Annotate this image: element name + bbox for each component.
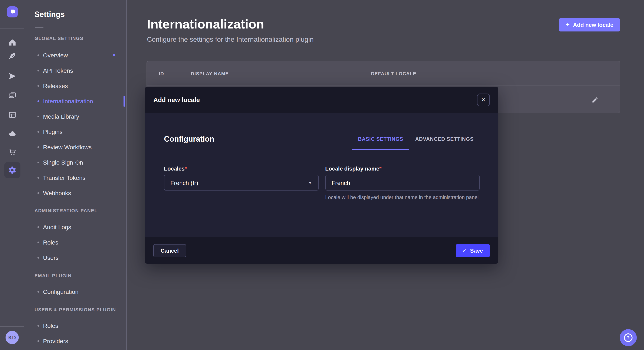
send-plane-icon[interactable]	[0, 70, 24, 82]
tab-basic-settings[interactable]: BASIC SETTINGS	[352, 134, 409, 144]
page-subtitle: Configure the settings for the Internati…	[147, 35, 314, 44]
add-new-locale-label: Add new locale	[573, 22, 613, 28]
modal-body: Configuration BASIC SETTINGS ADVANCED SE…	[145, 113, 498, 237]
cloud-icon[interactable]	[0, 127, 24, 140]
sidebar-item-label: Providers	[43, 338, 68, 345]
section-administration-panel: ADMINISTRATION PANEL	[34, 207, 126, 213]
chevron-down-icon: ▼	[308, 180, 312, 185]
check-icon: ✓	[462, 247, 466, 253]
sidebar-item-label: Overview	[43, 52, 68, 59]
sidebar-item-overview[interactable]: Overview	[24, 48, 126, 63]
bullet-icon	[38, 242, 39, 243]
display-name-label: Locale display name*	[325, 166, 480, 172]
save-label: Save	[470, 247, 483, 254]
bullet-icon	[38, 85, 39, 87]
section-email-plugin: EMAIL PLUGIN	[34, 273, 126, 279]
sidebar-item-label: Releases	[43, 82, 68, 89]
modal-title: Add new locale	[153, 96, 200, 103]
sidebar-item-internationalization[interactable]: Internationalization	[24, 94, 126, 109]
edit-locale-pencil-icon[interactable]	[591, 96, 599, 104]
sidebar-item-label: Single Sign-On	[43, 159, 83, 166]
sidebar-item-up-roles[interactable]: Roles	[24, 318, 126, 334]
user-avatar[interactable]: KD	[6, 331, 19, 344]
media-images-icon[interactable]	[0, 89, 24, 102]
locales-table-header: ID DISPLAY NAME DEFAULT LOCALE	[147, 61, 620, 86]
bullet-icon	[38, 116, 39, 117]
strapi-logo-icon	[9, 9, 15, 15]
close-glyph: ✕	[481, 97, 486, 102]
content-feather-icon[interactable]	[0, 50, 24, 63]
bullet-icon	[38, 131, 39, 133]
bullet-icon	[38, 340, 39, 342]
sidebar-item-label: Review Workflows	[43, 144, 92, 151]
sidebar-item-audit-logs[interactable]: Audit Logs	[24, 219, 126, 235]
rail-divider-top	[0, 28, 24, 29]
marketplace-cart-icon[interactable]	[0, 146, 24, 158]
sidebar-item-label: Configuration	[43, 288, 78, 295]
sidebar-item-email-configuration[interactable]: Configuration	[24, 284, 126, 299]
sidebar-item-label: Webhooks	[43, 190, 71, 196]
required-asterisk: *	[379, 166, 382, 172]
column-id: ID	[159, 71, 191, 76]
sidebar-title: Settings	[34, 9, 126, 19]
sidebar-item-label: Audit Logs	[43, 224, 71, 230]
save-button[interactable]: ✓ Save	[456, 244, 490, 257]
add-locale-modal: Add new locale ✕ Configuration BASIC SET…	[145, 87, 498, 264]
app-root: KD Settings GLOBAL SETTINGS Overview API…	[0, 0, 644, 350]
sidebar-item-api-tokens[interactable]: API Tokens	[24, 63, 126, 78]
strapi-logo[interactable]	[7, 6, 18, 17]
locales-field: Locales* French (fr) ▼	[164, 166, 318, 201]
display-name-field: Locale display name* Locale will be disp…	[325, 166, 480, 201]
sidebar-title-rule	[35, 27, 44, 28]
help-button[interactable]: ?	[620, 329, 637, 346]
bullet-icon	[38, 146, 39, 148]
close-icon[interactable]: ✕	[477, 93, 490, 106]
modal-footer: Cancel ✓ Save	[145, 237, 498, 264]
locales-label: Locales*	[164, 166, 318, 172]
rail-divider-bottom	[0, 326, 24, 327]
cancel-button[interactable]: Cancel	[153, 244, 186, 257]
layout-icon[interactable]	[0, 108, 24, 121]
display-name-input[interactable]	[325, 175, 480, 190]
bullet-icon	[38, 291, 39, 293]
bullet-icon	[38, 226, 39, 228]
settings-active-highlight	[4, 162, 20, 178]
plus-icon: +	[566, 21, 570, 28]
question-mark-icon: ?	[624, 334, 632, 342]
bullet-icon	[38, 70, 39, 71]
sidebar-item-label: Transfer Tokens	[43, 174, 86, 181]
bullet-icon	[38, 162, 39, 163]
configuration-header-row: Configuration BASIC SETTINGS ADVANCED SE…	[164, 113, 480, 150]
settings-gear-icon[interactable]	[0, 162, 24, 178]
bullet-icon	[38, 54, 39, 56]
sidebar-item-label: Roles	[43, 322, 58, 329]
required-asterisk: *	[185, 166, 187, 172]
locales-select[interactable]: French (fr) ▼	[164, 175, 318, 190]
add-new-locale-button[interactable]: + Add new locale	[559, 18, 620, 31]
tab-advanced-settings[interactable]: ADVANCED SETTINGS	[409, 134, 480, 144]
sidebar-item-label: Roles	[43, 239, 58, 246]
modal-fields: Locales* French (fr) ▼ Locale display na…	[164, 166, 480, 201]
sidebar-item-media-library[interactable]: Media Library	[24, 109, 126, 124]
sidebar-item-review-workflows[interactable]: Review Workflows	[24, 140, 126, 155]
sidebar-item-up-providers[interactable]: Providers	[24, 334, 126, 349]
settings-tabs: BASIC SETTINGS ADVANCED SETTINGS	[352, 134, 480, 144]
notification-dot	[113, 54, 115, 56]
column-default-locale: DEFAULT LOCALE	[371, 71, 541, 76]
locales-select-value: French (fr)	[170, 179, 198, 186]
sidebar-item-label: API Tokens	[43, 67, 73, 74]
sidebar-item-releases[interactable]: Releases	[24, 78, 126, 94]
sidebar-item-label: Users	[43, 254, 58, 261]
section-global-settings: GLOBAL SETTINGS	[34, 35, 126, 41]
sidebar-item-single-sign-on[interactable]: Single Sign-On	[24, 155, 126, 170]
page-title: Internationalization	[147, 16, 264, 32]
bullet-icon	[38, 100, 39, 102]
sidebar-item-transfer-tokens[interactable]: Transfer Tokens	[24, 170, 126, 185]
section-users-permissions-plugin: USERS & PERMISSIONS PLUGIN	[34, 307, 126, 313]
sidebar-item-admin-users[interactable]: Users	[24, 250, 126, 265]
bullet-icon	[38, 177, 39, 178]
home-icon[interactable]	[0, 36, 24, 49]
sidebar-item-admin-roles[interactable]: Roles	[24, 235, 126, 250]
sidebar-item-plugins[interactable]: Plugins	[24, 124, 126, 140]
sidebar-item-webhooks[interactable]: Webhooks	[24, 185, 126, 201]
